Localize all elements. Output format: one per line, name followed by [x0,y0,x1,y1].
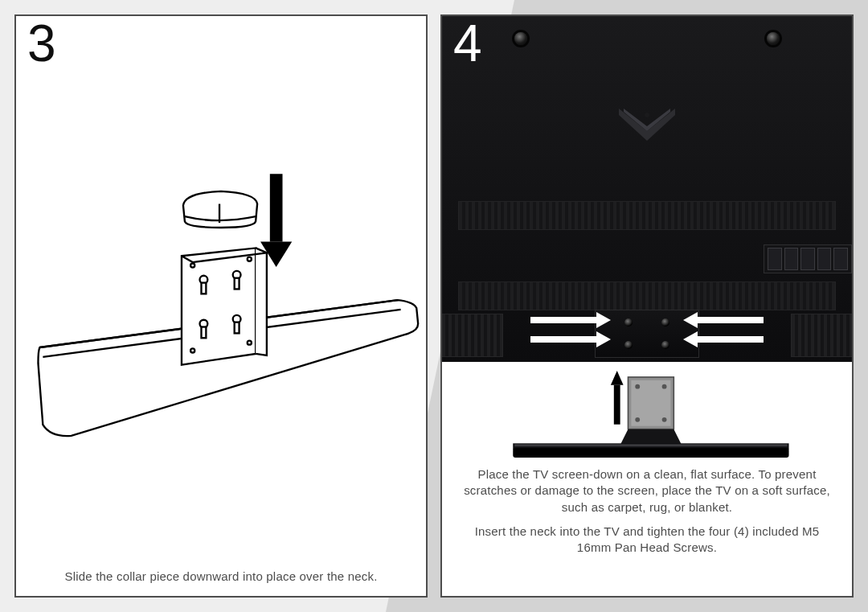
arrow-right-icon [530,336,600,343]
io-ports-panel [764,244,852,273]
step-3-caption: Slide the collar piece downward into pla… [16,569,426,596]
svg-rect-8 [235,278,240,290]
mount-hole-icon [624,341,633,349]
step-3-illustration [16,16,426,569]
step-4-panel: 4 [440,14,854,598]
svg-point-27 [635,417,640,422]
svg-rect-21 [614,385,620,425]
svg-rect-2 [270,174,283,241]
svg-point-26 [662,384,667,389]
svg-point-15 [190,348,194,352]
vent-block [442,314,503,357]
svg-rect-30 [513,448,788,458]
stand-with-neck-illustration [442,362,852,466]
mount-hole-icon [624,318,633,327]
step-4-text-2: Insert the neck into the TV and tighten … [463,524,831,557]
step-4-text-1: Place the TV screen-down on a clean, fla… [463,466,831,515]
svg-marker-20 [611,371,624,385]
neck-bracket-render [619,377,683,448]
mount-hole-icon [661,318,669,327]
step-3-panel: 3 [14,14,428,598]
step-4-lower: Place the TV screen-down on a clean, fla… [442,362,852,596]
screw-hole-icon [514,32,527,45]
svg-point-16 [248,341,252,345]
arrow-left-icon [694,336,764,343]
step-3-number: 3 [27,18,55,69]
collar-piece [183,191,257,228]
base-render [513,443,788,458]
port-icon [784,248,799,270]
tv-back-illustration [442,16,852,362]
svg-point-14 [248,257,252,261]
svg-rect-10 [201,327,206,339]
neck-bracket [182,248,267,364]
arrow-left-icon [694,317,764,323]
logo-chevron-icon [619,109,675,141]
svg-rect-31 [514,444,787,446]
screw-hole-icon [767,32,780,45]
vent-block [791,314,852,357]
port-icon [800,248,815,270]
svg-point-19 [645,113,649,117]
svg-point-28 [662,417,667,422]
vent-strip [458,281,836,310]
svg-rect-6 [201,283,206,294]
stand-line-art [16,16,426,569]
step-3-text: Slide the collar piece downward into pla… [37,569,405,585]
svg-point-13 [190,263,194,267]
port-icon [833,248,848,270]
vent-strip [458,201,836,230]
svg-rect-12 [235,322,240,334]
step-4-caption: Place the TV screen-down on a clean, fla… [442,466,852,567]
port-icon [768,248,782,270]
step-4-number: 4 [453,18,481,69]
mount-hole-icon [661,341,669,349]
arrow-right-icon [530,317,600,323]
svg-point-25 [635,384,640,389]
up-arrow-icon [611,371,624,425]
page: 3 [0,0,868,612]
port-icon [817,248,832,270]
